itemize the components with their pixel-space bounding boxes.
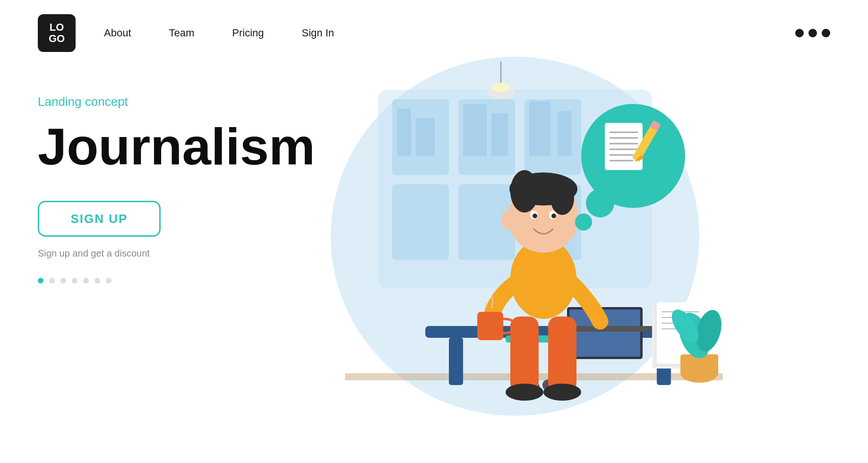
svg-point-44 — [510, 170, 539, 213]
svg-rect-60 — [605, 123, 643, 170]
svg-rect-18 — [449, 338, 463, 385]
svg-rect-11 — [529, 102, 550, 156]
nav-pricing[interactable]: Pricing — [232, 27, 264, 39]
header: LOGO About Team Pricing Sign In — [0, 0, 868, 66]
svg-point-58 — [586, 189, 614, 217]
pagination-dots — [38, 278, 269, 283]
dot-inactive[interactable] — [72, 278, 77, 283]
logo-text: LOGO — [49, 22, 65, 44]
svg-point-56 — [543, 384, 581, 401]
svg-point-15 — [491, 83, 510, 92]
dot-icon — [808, 29, 817, 37]
logo[interactable]: LOGO — [38, 14, 76, 52]
dot-inactive[interactable] — [49, 278, 55, 283]
dot-icon — [822, 29, 830, 37]
illustration-svg — [321, 52, 747, 439]
svg-rect-4 — [392, 184, 449, 260]
svg-rect-8 — [416, 118, 435, 156]
nav-about[interactable]: About — [104, 27, 131, 39]
nav-team[interactable]: Team — [169, 27, 195, 39]
svg-rect-12 — [558, 111, 572, 156]
main-content: Landing concept Journalism SIGN UP Sign … — [0, 66, 868, 463]
navigation: About Team Pricing Sign In — [104, 27, 334, 39]
dot-inactive[interactable] — [60, 278, 66, 283]
more-options[interactable] — [795, 29, 830, 37]
svg-rect-10 — [491, 113, 508, 156]
hero-illustration — [307, 66, 868, 463]
svg-point-51 — [501, 210, 515, 229]
dot-inactive[interactable] — [83, 278, 89, 283]
dot-active[interactable] — [38, 278, 43, 283]
svg-point-55 — [506, 384, 543, 401]
svg-point-50 — [551, 214, 556, 218]
svg-rect-9 — [463, 104, 487, 156]
hero-subtitle: Landing concept — [38, 94, 269, 109]
svg-point-59 — [575, 214, 592, 231]
svg-rect-53 — [510, 317, 539, 392]
dot-icon — [795, 29, 804, 37]
signup-button[interactable]: SIGN UP — [38, 201, 161, 237]
hero-left: Landing concept Journalism SIGN UP Sign … — [0, 66, 307, 463]
dot-inactive[interactable] — [95, 278, 100, 283]
svg-rect-7 — [397, 109, 411, 156]
signup-hint: Sign up and get a discount — [38, 248, 269, 259]
nav-signin[interactable]: Sign In — [302, 27, 335, 39]
svg-point-49 — [533, 214, 537, 218]
svg-rect-52 — [477, 312, 503, 340]
dot-inactive[interactable] — [106, 278, 112, 283]
svg-point-46 — [546, 174, 560, 193]
svg-rect-54 — [548, 317, 576, 392]
hero-title: Journalism — [38, 120, 269, 172]
